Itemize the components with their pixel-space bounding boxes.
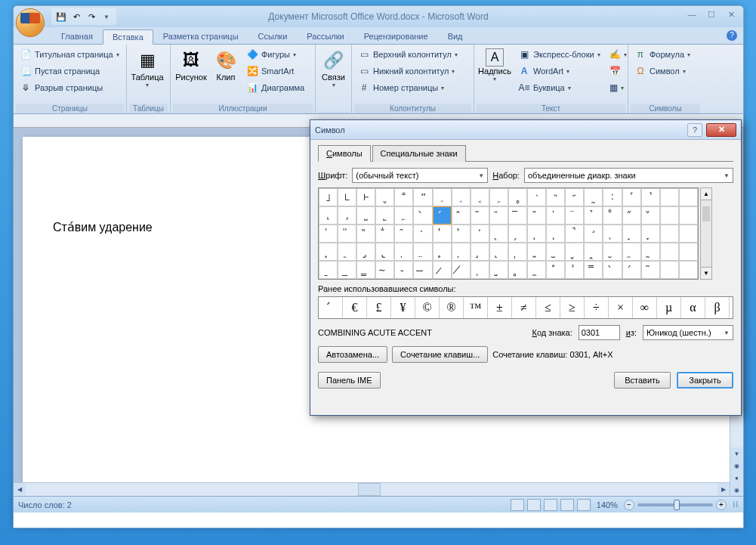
symbol-cell[interactable]: ̖ <box>489 225 508 243</box>
scroll-up-icon[interactable]: ▲ <box>701 188 711 200</box>
scroll-right-icon[interactable]: ▶ <box>717 483 730 495</box>
encoding-select[interactable]: Юникод (шестн.)▼ <box>643 325 733 340</box>
tab-layout[interactable]: Разметка страницы <box>153 29 248 44</box>
symbol-cell[interactable]: ˴ <box>527 188 546 206</box>
symbol-cell[interactable]: ˼ <box>338 206 356 225</box>
symbol-cell[interactable]: ˲ <box>489 188 508 206</box>
zoom-slider[interactable] <box>637 503 713 506</box>
symbol-cell[interactable] <box>679 261 698 279</box>
page-break-button[interactable]: ⤋Разрыв страницы <box>16 79 124 96</box>
browse-object-icon[interactable]: ● <box>730 472 743 484</box>
symbol-cell[interactable] <box>660 243 679 261</box>
symbol-cell[interactable]: ̵ <box>394 261 413 279</box>
footer-button[interactable]: ▭Нижний колонтитул▾ <box>354 63 471 79</box>
symbol-cell[interactable]: ̋ <box>622 206 641 225</box>
symbol-cell[interactable]: ˱ <box>471 188 489 206</box>
symbol-cell[interactable]: ̍ <box>319 225 338 243</box>
quickparts-button[interactable]: ▣Экспресс-блоки▾ <box>514 46 604 63</box>
close-button[interactable]: ✕ <box>722 8 740 20</box>
symbol-cell[interactable]: ̠ <box>338 243 356 261</box>
symbol-cell[interactable]: ̜ <box>603 225 622 243</box>
symbol-cell[interactable] <box>660 206 679 225</box>
symbol-cell[interactable]: ̪ <box>527 243 546 261</box>
symbol-cell[interactable] <box>679 243 698 261</box>
horizontal-scrollbar[interactable]: ◀ ▶ <box>14 482 730 496</box>
symbol-cell[interactable]: ̎ <box>338 225 356 243</box>
recent-symbol-cell[interactable]: £ <box>367 297 391 318</box>
symbol-cell[interactable]: ̘ <box>527 225 546 243</box>
scroll-left-icon[interactable]: ◀ <box>14 483 26 495</box>
symbol-cell[interactable]: ̤ <box>413 243 432 261</box>
symbol-cell[interactable]: ͂ <box>641 261 660 279</box>
symbol-cell[interactable]: ˹ <box>622 188 641 206</box>
symbol-cell[interactable]: ˶ <box>565 188 584 206</box>
symbol-cell[interactable]: ̷ <box>433 261 452 279</box>
symbol-cell[interactable]: ̼ <box>527 261 546 279</box>
symbol-cell[interactable]: ̃ <box>471 206 489 225</box>
recent-symbol-cell[interactable]: ÷ <box>585 297 609 318</box>
symbol-cell[interactable]: ̊ <box>603 206 622 225</box>
recent-symbol-cell[interactable]: µ <box>657 297 681 318</box>
symbol-cell[interactable]: ́ <box>622 261 641 279</box>
tab-review[interactable]: Рецензирование <box>354 29 438 44</box>
wordart-button[interactable]: AWordArt▾ <box>514 63 604 79</box>
page-number-button[interactable]: #Номер страницы▾ <box>354 79 471 96</box>
symbol-cell[interactable]: ̬ <box>565 243 584 261</box>
symbol-cell[interactable]: ˽ <box>356 206 375 225</box>
symbol-cell[interactable]: ̦ <box>452 243 471 261</box>
recent-symbol-cell[interactable]: € <box>343 297 367 318</box>
chart-button[interactable]: 📊Диаграмма <box>242 79 308 96</box>
tab-home[interactable]: Главная <box>51 29 103 44</box>
header-button[interactable]: ▭Верхний колонтитул▾ <box>354 46 471 63</box>
symbol-cell[interactable]: ̭ <box>584 243 603 261</box>
symbol-cell[interactable] <box>660 188 679 206</box>
symbol-cell[interactable]: ̀ <box>603 261 622 279</box>
symbol-cell[interactable]: ̶ <box>413 261 432 279</box>
symbol-cell[interactable]: ̟ <box>319 243 338 261</box>
qat-dropdown-icon[interactable]: ▼ <box>100 10 113 23</box>
symbol-cell[interactable]: ˾ <box>375 206 394 225</box>
symbol-cell[interactable]: ̳ <box>356 261 375 279</box>
symbol-cell[interactable]: ̾ <box>565 261 584 279</box>
symbol-cell[interactable]: ̔ <box>452 225 471 243</box>
symbol-cell[interactable]: ̸ <box>452 261 471 279</box>
symbol-cell[interactable]: ̒ <box>413 225 432 243</box>
fullscreen-view-icon[interactable] <box>527 499 541 511</box>
zoom-in-button[interactable]: + <box>716 500 727 510</box>
symbol-cell[interactable]: ̆ <box>527 206 546 225</box>
dialog-help-icon[interactable]: ? <box>687 123 702 137</box>
web-view-icon[interactable] <box>544 499 557 511</box>
symbol-cell[interactable]: ̺ <box>489 261 508 279</box>
help-icon[interactable]: ? <box>727 30 737 41</box>
shortcut-button[interactable]: Сочетание клавиш... <box>392 346 488 363</box>
object-button[interactable]: ▦▾ <box>606 79 624 96</box>
symbol-cell[interactable]: ̝ <box>622 225 641 243</box>
symbol-cell[interactable]: ̽ <box>546 261 565 279</box>
recent-symbol-cell[interactable]: ∞ <box>633 297 657 318</box>
prev-page-icon[interactable]: ◉ <box>730 460 743 472</box>
dropcap-button[interactable]: A≡Буквица▾ <box>514 79 604 96</box>
symbol-cell[interactable]: ̇ <box>546 206 565 225</box>
symbol-cell[interactable]: ̈ <box>565 206 584 225</box>
tab-symbols[interactable]: Символы <box>318 145 371 162</box>
dialog-titlebar[interactable]: Символ ? ✕ <box>310 120 741 140</box>
symbol-cell[interactable]: ˯ <box>433 188 452 206</box>
symbol-cell[interactable]: ̣ <box>394 243 413 261</box>
symbol-cell[interactable]: ̄ <box>489 206 508 225</box>
textbox-button[interactable]: AНадпись▾ <box>477 46 513 104</box>
symbol-cell[interactable]: ̙ <box>546 225 565 243</box>
symbol-cell[interactable]: ˮ <box>413 188 432 206</box>
shapes-button[interactable]: 🔷Фигуры▾ <box>242 46 308 63</box>
symbol-cell[interactable]: ̚ <box>565 225 584 243</box>
symbol-cell[interactable]: ̫ <box>546 243 565 261</box>
autocorrect-button[interactable]: Автозамена... <box>318 346 387 363</box>
symbol-cell[interactable]: ˰ <box>452 188 471 206</box>
symbol-cell[interactable]: ̅ <box>508 206 527 225</box>
next-page-icon[interactable]: ◉ <box>730 484 743 496</box>
symbol-cell[interactable]: ˻ <box>319 206 338 225</box>
symbol-cell[interactable]: ̐ <box>375 225 394 243</box>
save-icon[interactable]: 💾 <box>54 10 68 23</box>
subset-select[interactable]: объединенные диакр. знаки▼ <box>524 168 733 183</box>
recent-symbol-cell[interactable]: ≥ <box>560 297 585 318</box>
symbol-cell[interactable]: ̕ <box>471 225 489 243</box>
